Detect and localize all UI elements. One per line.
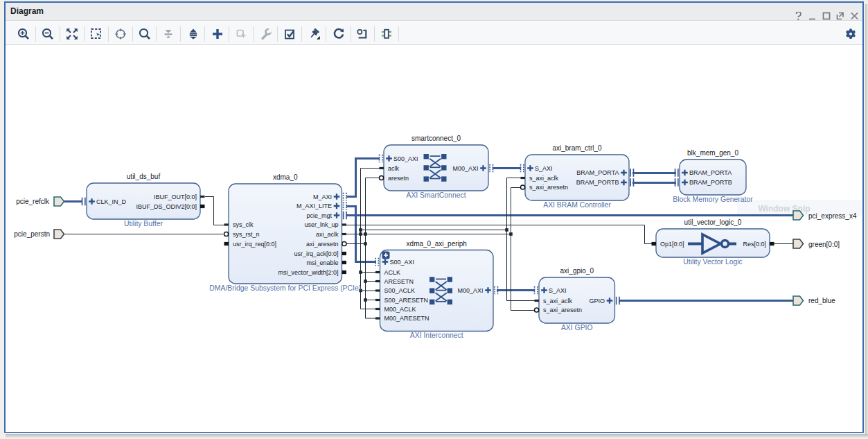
- svg-text:M00_AXI: M00_AXI: [452, 165, 478, 172]
- svg-text:DMA/Bridge Subsystem for PCI E: DMA/Bridge Subsystem for PCI Express (PC…: [209, 284, 361, 292]
- svg-text:pci_express_x4: pci_express_x4: [808, 212, 857, 220]
- svg-text:s_axi_aclk: s_axi_aclk: [543, 298, 573, 304]
- svg-text:xdma_0: xdma_0: [273, 173, 298, 181]
- svg-text:S00_ACLK: S00_ACLK: [384, 287, 416, 294]
- svg-text:red_blue: red_blue: [808, 297, 835, 304]
- svg-text:util_vector_logic_0: util_vector_logic_0: [684, 218, 742, 226]
- svg-text:Res[0:0]: Res[0:0]: [743, 241, 766, 248]
- svg-text:pcie_mgt: pcie_mgt: [306, 212, 332, 219]
- svg-text:usr_irq_ack[0:0]: usr_irq_ack[0:0]: [294, 250, 338, 257]
- svg-text:S00_AXI: S00_AXI: [393, 155, 418, 162]
- svg-text:GPIO: GPIO: [589, 298, 605, 304]
- svg-text:BRAM_PORTB: BRAM_PORTB: [689, 179, 732, 186]
- svg-text:aclk: aclk: [388, 165, 400, 172]
- svg-text:smartconnect_0: smartconnect_0: [411, 135, 461, 142]
- svg-text:s_axi_aresetn: s_axi_aresetn: [529, 184, 568, 191]
- svg-text:ARESETN: ARESETN: [384, 278, 414, 285]
- svg-text:Block Memory Generator: Block Memory Generator: [673, 196, 753, 203]
- svg-text:BRAM_PORTB: BRAM_PORTB: [576, 179, 619, 186]
- svg-text:IBUF_DS_ODIV2[0:0]: IBUF_DS_ODIV2[0:0]: [136, 203, 197, 210]
- svg-text:pcie_perstn: pcie_perstn: [14, 230, 50, 238]
- svg-text:Utility Buffer: Utility Buffer: [124, 220, 163, 227]
- svg-text:AXI BRAM Controller: AXI BRAM Controller: [543, 201, 611, 209]
- svg-text:green[0:0]: green[0:0]: [808, 241, 840, 248]
- svg-text:S_AXI: S_AXI: [535, 165, 553, 172]
- svg-text:axi_gpio_0: axi_gpio_0: [560, 267, 594, 275]
- svg-text:xdma_0_axi_periph: xdma_0_axi_periph: [407, 240, 467, 248]
- svg-text:CLK_IN_D: CLK_IN_D: [96, 198, 127, 205]
- svg-text:AXI GPIO: AXI GPIO: [561, 324, 593, 332]
- svg-text:msi_enable: msi_enable: [306, 259, 338, 266]
- svg-text:S00_AXI: S00_AXI: [390, 259, 415, 266]
- svg-text:M00_ACLK: M00_ACLK: [384, 306, 416, 313]
- svg-text:usr_irq_req[0:0]: usr_irq_req[0:0]: [233, 241, 276, 248]
- svg-text:M00_ARESETN: M00_ARESETN: [384, 315, 429, 322]
- svg-text:axi_aclk: axi_aclk: [316, 231, 339, 238]
- svg-text:aresetn: aresetn: [388, 175, 409, 182]
- svg-text:axi_aresetn: axi_aresetn: [306, 241, 339, 248]
- svg-text:user_lnk_up: user_lnk_up: [304, 221, 338, 228]
- svg-text:IBUF_OUT[0:0]: IBUF_OUT[0:0]: [154, 193, 197, 200]
- svg-text:AXI SmartConnect: AXI SmartConnect: [406, 191, 466, 199]
- svg-text:Window Snip: Window Snip: [758, 204, 810, 214]
- svg-text:s_axi_aresetn: s_axi_aresetn: [543, 307, 582, 313]
- svg-text:M_AXI: M_AXI: [313, 193, 332, 200]
- svg-text:s_axi_aclk: s_axi_aclk: [529, 175, 559, 182]
- svg-text:ACLK: ACLK: [384, 269, 401, 276]
- svg-text:msi_vector_width[2:0]: msi_vector_width[2:0]: [278, 269, 338, 276]
- svg-text:AXI Interconnect: AXI Interconnect: [410, 332, 463, 339]
- svg-text:Utility Vector Logic: Utility Vector Logic: [683, 258, 742, 266]
- svg-text:M_AXI_LITE: M_AXI_LITE: [296, 203, 332, 209]
- svg-text:util_ds_buf: util_ds_buf: [127, 173, 161, 180]
- svg-text:M00_AXI: M00_AXI: [457, 287, 483, 294]
- svg-text:S00_ARESETN: S00_ARESETN: [384, 297, 429, 304]
- svg-text:sys_clk: sys_clk: [233, 221, 254, 228]
- svg-text:axi_bram_ctrl_0: axi_bram_ctrl_0: [552, 144, 602, 152]
- svg-text:BRAM_PORTA: BRAM_PORTA: [689, 169, 732, 176]
- svg-text:blk_mem_gen_0: blk_mem_gen_0: [687, 149, 738, 157]
- svg-text:pcie_refclk: pcie_refclk: [16, 198, 50, 205]
- svg-text:BRAM_PORTA: BRAM_PORTA: [576, 169, 619, 176]
- svg-text:Op1[0:0]: Op1[0:0]: [660, 241, 684, 248]
- svg-text:sys_rst_n: sys_rst_n: [233, 231, 260, 238]
- svg-text:S_AXI: S_AXI: [549, 287, 567, 294]
